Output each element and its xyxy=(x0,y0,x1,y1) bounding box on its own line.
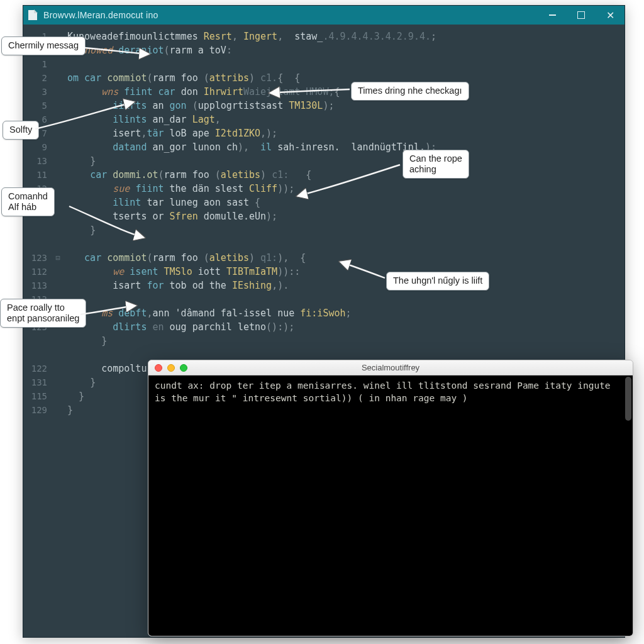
callout-comanhd: Comanhd Alf háb xyxy=(1,187,55,216)
code-content[interactable]: Kunoweadefimounlictmmes Resrt, Ingert, s… xyxy=(67,30,621,417)
terminal-titlebar[interactable]: Secialmoutiffrey xyxy=(148,360,633,375)
callout-pace: Pace roally tto enpt pansoranileg xyxy=(0,299,86,328)
callout-chermily: Chermily messag xyxy=(1,36,86,55)
callout-uhgnl: The uhgn'l nűgly is liift xyxy=(386,272,489,291)
minimize-button[interactable] xyxy=(538,6,567,25)
window-title: Browvw.lMeran.democut ino xyxy=(43,10,158,20)
callout-times: Times dring nhe checkagı xyxy=(351,82,469,101)
document-icon xyxy=(28,10,37,20)
callout-rope: Can the rope aching xyxy=(402,150,469,179)
close-button[interactable]: ✕ xyxy=(596,6,625,25)
maximize-button[interactable] xyxy=(567,6,596,25)
terminal-output[interactable]: cundt ax: drop ter itep a menisarres. wi… xyxy=(148,375,633,636)
terminal-title: Secialmoutiffrey xyxy=(148,363,633,372)
callout-solfty: Solfty xyxy=(3,121,39,140)
terminal-window: Secialmoutiffrey cundt ax: drop ter itep… xyxy=(148,360,633,636)
window-controls: ✕ xyxy=(538,6,625,25)
line-number-gutter: 11123567913111213 123112113113122123 122… xyxy=(23,30,52,417)
editor-titlebar[interactable]: Browvw.lMeran.democut ino ✕ xyxy=(23,6,625,25)
terminal-scrollbar[interactable] xyxy=(625,377,631,421)
fold-column[interactable]: ⊟ xyxy=(52,30,64,417)
